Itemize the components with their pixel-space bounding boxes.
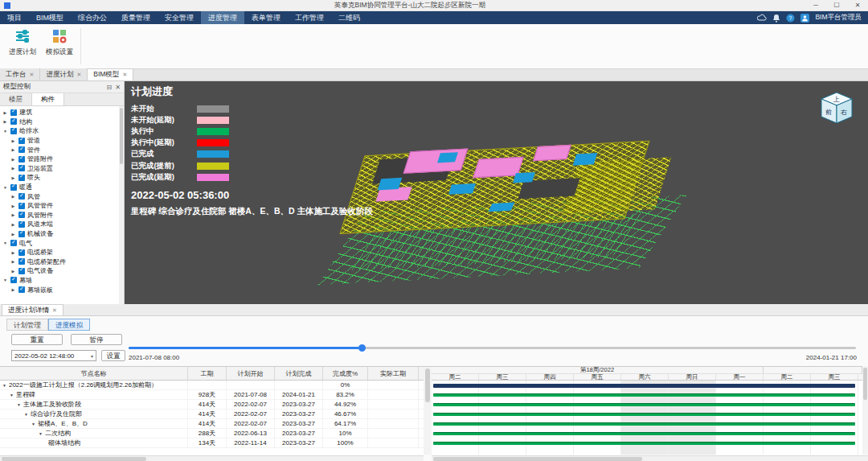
bim-3d-model[interactable] (330, 116, 683, 299)
close-icon[interactable]: ✕ (30, 72, 35, 78)
gantt-horizontal-scrollbar[interactable] (432, 455, 868, 461)
table-row[interactable]: ▼ 2022一级施工计划上报（2.26调规划用2.26加前期） 0% (0, 381, 424, 390)
checkbox[interactable] (18, 203, 25, 209)
checkbox[interactable] (18, 156, 25, 163)
tree-item[interactable]: ▶ 管道 (0, 136, 119, 146)
subtab[interactable]: 进度模拟 (48, 319, 90, 331)
column-node-name[interactable]: 节点名称 (0, 367, 188, 380)
close-icon[interactable]: ✕ (52, 307, 57, 314)
tree-item[interactable]: ▼ 幕墙 (0, 276, 119, 286)
current-time-picker[interactable]: 2022-05-02 12:48:00 ▾ (11, 350, 96, 361)
menu-tab[interactable]: 二维码 (331, 11, 367, 24)
gantt-bar[interactable] (433, 384, 855, 388)
menu-tab[interactable]: 进度管理 (201, 11, 244, 24)
column-plan-finish[interactable]: 计划完成 (275, 367, 323, 380)
table-row[interactable]: ▼ 综合诊疗及住院部 414天 2022-02-07 2023-03-27 46… (0, 410, 424, 419)
minimize-button[interactable]: ─ (805, 0, 826, 11)
column-plan-start[interactable]: 计划开始 (227, 367, 275, 380)
gantt-bar[interactable] (433, 393, 855, 397)
expand-arrow-icon[interactable]: ▶ (10, 166, 16, 171)
checkbox[interactable] (10, 240, 17, 246)
checkbox[interactable] (18, 286, 25, 293)
column-complete-pct[interactable]: 完成度% (323, 367, 368, 380)
row-expand-icon[interactable]: ▼ (31, 422, 35, 426)
expand-arrow-icon[interactable]: ▶ (10, 269, 16, 274)
checkbox[interactable] (18, 165, 25, 171)
checkbox[interactable] (18, 175, 25, 181)
tree-item[interactable]: ▼ 暖通 (0, 183, 119, 192)
table-row[interactable]: ▼ 裙楼A、E、B、D 414天 2022-02-07 2023-03-27 6… (0, 419, 424, 429)
cloud-icon[interactable] (757, 14, 767, 22)
table-row[interactable]: ▼ 里程碑 928天 2021-07-08 2024-01-21 83.2% (0, 390, 424, 400)
checkbox[interactable] (18, 221, 25, 228)
table-row[interactable]: ▼ 二次结构 288天 2022-06-13 2023-03-27 10% (0, 429, 424, 438)
menu-tab[interactable]: 质量管理 (114, 11, 158, 24)
settings-button[interactable]: 设置 (101, 350, 125, 361)
tree-scrollbar-thumb[interactable] (120, 108, 123, 164)
progress-plan-tool-button[interactable]: 进度计划 (5, 28, 40, 57)
tree-item[interactable]: ▶ 喷头 (0, 173, 119, 183)
detail-tab-schedule[interactable]: 进度计划详情 ✕ (2, 304, 63, 315)
gantt-bar[interactable] (433, 442, 855, 445)
expand-arrow-icon[interactable]: ▶ (10, 204, 16, 208)
tree-item[interactable]: ▶ 风管附件 (0, 211, 119, 220)
tree-item[interactable]: ▶ 管件 (0, 145, 119, 154)
checkbox[interactable] (18, 193, 25, 200)
row-expand-icon[interactable]: ▼ (17, 402, 21, 407)
reset-button[interactable]: 重置 (11, 334, 63, 345)
panel-tab[interactable]: 构件 (32, 93, 64, 105)
expand-arrow-icon[interactable]: ▼ (2, 129, 8, 134)
expand-arrow-icon[interactable]: ▶ (10, 259, 16, 264)
table-hscroll-thumb[interactable] (2, 457, 146, 461)
tree-item[interactable]: ▶ 卫浴装置 (0, 164, 119, 174)
checkbox[interactable] (18, 231, 25, 237)
close-button[interactable]: ✕ (847, 0, 868, 11)
tree-item[interactable]: ▶ 风管 (0, 191, 119, 201)
checkbox[interactable] (10, 118, 17, 125)
checkbox[interactable] (18, 258, 25, 265)
gantt-bar[interactable] (433, 422, 855, 426)
tree-item[interactable]: ▶ 电缆桥架 (0, 248, 119, 257)
checkbox[interactable] (10, 277, 17, 283)
document-tab[interactable]: BIM模型 ✕ (88, 68, 133, 80)
menu-tab[interactable]: 工作管理 (288, 11, 331, 24)
expand-arrow-icon[interactable]: ▶ (10, 222, 16, 227)
menu-tab[interactable]: 综合办公 (71, 11, 114, 24)
gantt-vscroll-thumb[interactable] (863, 368, 867, 400)
menu-tab[interactable]: 安全管理 (158, 11, 201, 24)
expand-arrow-icon[interactable]: ▶ (10, 287, 16, 292)
expand-arrow-icon[interactable]: ▶ (10, 232, 16, 237)
pause-button[interactable]: 暂停 (71, 334, 122, 345)
tree-item[interactable]: ▶ 风管管件 (0, 201, 119, 211)
tree-item[interactable]: ▶ 管路附件 (0, 154, 119, 164)
current-user-label[interactable]: BIM平台管理员 (815, 13, 862, 23)
maximize-button[interactable]: ☐ (826, 0, 847, 11)
checkbox[interactable] (18, 249, 25, 256)
checkbox[interactable] (18, 268, 25, 274)
checkbox[interactable] (18, 138, 25, 144)
table-vscroll-thumb[interactable] (425, 368, 430, 402)
expand-arrow-icon[interactable]: ▶ (10, 175, 16, 180)
column-actual-duration[interactable]: 实际工期 (368, 367, 419, 380)
navigation-cube[interactable]: 上 前 右 (815, 88, 858, 133)
document-tab[interactable]: 工作台 ✕ (0, 68, 40, 80)
table-row[interactable]: ▼ 主体施工及验收阶段 414天 2022-02-07 2023-03-27 4… (0, 400, 424, 410)
tree-item[interactable]: ▶ 结构 (0, 117, 119, 127)
checkbox[interactable] (10, 109, 17, 116)
checkbox[interactable] (10, 184, 17, 191)
simulation-settings-tool-button[interactable]: 模拟设置 (42, 28, 77, 57)
gantt-vertical-scrollbar[interactable] (862, 366, 868, 455)
expand-arrow-icon[interactable]: ▶ (10, 212, 16, 217)
tree-item[interactable]: ▶ 电缆桥架配件 (0, 257, 119, 267)
user-avatar-icon[interactable] (800, 14, 809, 23)
row-expand-icon[interactable]: ▼ (39, 431, 43, 436)
expand-arrow-icon[interactable]: ▶ (2, 110, 8, 115)
expand-arrow-icon[interactable]: ▶ (10, 194, 16, 199)
expand-arrow-icon[interactable]: ▶ (10, 157, 16, 162)
expand-arrow-icon[interactable]: ▶ (10, 147, 16, 152)
document-tab[interactable]: 进度计划 ✕ (40, 68, 88, 80)
expand-arrow-icon[interactable]: ▼ (2, 241, 8, 245)
dock-panel-icon[interactable]: ⊟ (107, 84, 113, 91)
menu-tab[interactable]: BIM模型 (29, 11, 71, 24)
checkbox[interactable] (10, 128, 17, 134)
